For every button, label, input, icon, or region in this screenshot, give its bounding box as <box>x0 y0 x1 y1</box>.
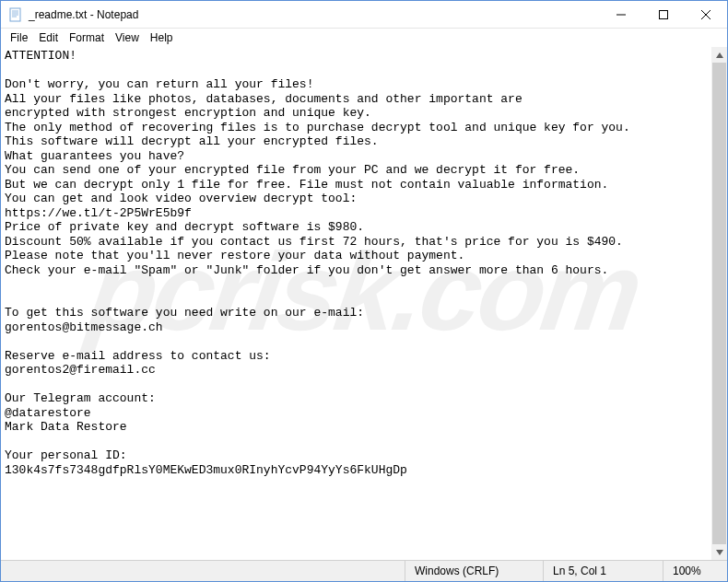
scroll-track[interactable] <box>711 63 727 544</box>
vertical-scrollbar[interactable] <box>711 47 727 560</box>
text-editor-area[interactable]: ATTENTION! Don't worry, you can return a… <box>1 47 727 560</box>
menu-help[interactable]: Help <box>145 30 179 45</box>
svg-rect-6 <box>660 10 668 18</box>
notepad-window: _readme.txt - Notepad File Edit Format V… <box>0 0 728 582</box>
statusbar: Windows (CRLF) Ln 5, Col 1 100% <box>1 560 727 581</box>
window-controls <box>600 1 727 28</box>
close-button[interactable] <box>685 1 727 28</box>
menu-file[interactable]: File <box>5 30 33 45</box>
status-cursor-position: Ln 5, Col 1 <box>543 561 663 581</box>
scroll-up-button[interactable] <box>711 47 727 63</box>
menu-view[interactable]: View <box>110 30 145 45</box>
scroll-down-button[interactable] <box>711 544 727 560</box>
status-zoom: 100% <box>663 561 727 581</box>
menubar: File Edit Format View Help <box>1 29 727 47</box>
status-spacer <box>1 561 405 581</box>
scroll-thumb[interactable] <box>712 63 726 544</box>
window-title: _readme.txt - Notepad <box>29 8 600 21</box>
maximize-button[interactable] <box>642 1 685 28</box>
notepad-icon <box>8 7 23 22</box>
minimize-button[interactable] <box>600 1 642 28</box>
titlebar: _readme.txt - Notepad <box>1 1 727 29</box>
status-encoding: Windows (CRLF) <box>405 561 543 581</box>
menu-format[interactable]: Format <box>64 30 110 45</box>
menu-edit[interactable]: Edit <box>33 30 64 45</box>
